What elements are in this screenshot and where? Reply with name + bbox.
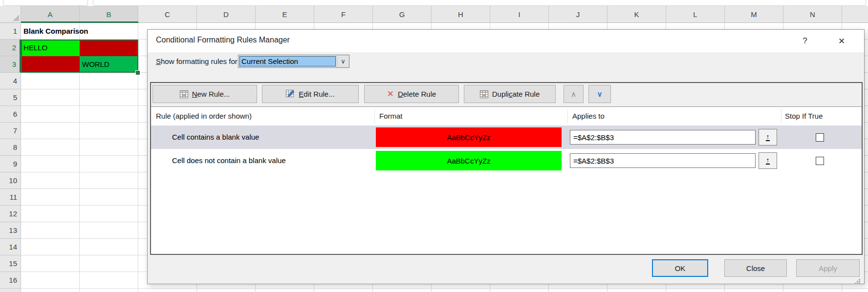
apply-button[interactable]: Apply	[796, 259, 860, 277]
close-icon: ✕	[838, 36, 845, 46]
row-header-7[interactable]: 7	[0, 123, 21, 139]
dialog-close-button[interactable]: ✕	[834, 34, 849, 48]
show-rules-selected-value: Current Selection	[239, 56, 336, 67]
row-header-10[interactable]: 10	[0, 172, 21, 189]
rule-column-header: Rule (applied in order shown)	[156, 107, 252, 125]
row-headers: 1 2 3 4 5 6 7 8 9 10 11 12 13 14 15 16	[0, 23, 21, 292]
column-header-n[interactable]: N	[783, 6, 842, 23]
new-rule-label: New Rule...	[192, 90, 230, 98]
formula-input-bottom	[93, 0, 866, 6]
name-box-bottom	[3, 0, 88, 6]
chevron-up-icon: ∧	[571, 90, 576, 98]
row-header-12[interactable]: 12	[0, 206, 21, 222]
cell-a1[interactable]: Blank Comparison	[21, 23, 168, 40]
edit-rule-label: Edit Rule...	[299, 90, 334, 98]
dialog-titlebar[interactable]: Conditional Formatting Rules Manager ? ✕	[148, 30, 864, 52]
column-header-partial[interactable]	[842, 6, 868, 23]
table-icon	[480, 90, 488, 98]
collapse-dialog-button[interactable]: ↑	[759, 152, 777, 169]
column-header-c[interactable]: C	[138, 6, 197, 23]
column-header-j[interactable]: J	[549, 6, 608, 23]
row-header-14[interactable]: 14	[0, 239, 21, 255]
fill-handle[interactable]	[135, 70, 140, 75]
column-header-b[interactable]: B	[80, 6, 138, 23]
range-picker-icon: ↑	[766, 133, 770, 141]
table-pencil-icon	[286, 90, 295, 98]
dialog-title: Conditional Formatting Rules Manager	[156, 36, 290, 44]
row-header-15[interactable]: 15	[0, 255, 21, 272]
column-header-k[interactable]: K	[608, 6, 666, 23]
row-header-16[interactable]: 16	[0, 272, 21, 289]
stop-if-true-checkbox[interactable]	[816, 157, 824, 165]
column-header-f[interactable]: F	[314, 6, 373, 23]
collapse-dialog-button[interactable]: ↑	[759, 129, 777, 146]
show-rules-label-rest: how formatting rules for:	[161, 57, 239, 65]
delete-rule-button[interactable]: ✕ Delete Rule	[364, 85, 459, 103]
duplicate-rule-label: Duplicate Rule	[492, 90, 540, 98]
row-header-partial[interactable]	[0, 289, 21, 292]
column-header-g[interactable]: G	[373, 6, 432, 23]
row-header-6[interactable]: 6	[0, 106, 21, 123]
selection-border	[21, 40, 138, 73]
row-header-9[interactable]: 9	[0, 156, 21, 172]
column-divider	[567, 109, 568, 124]
rules-panel: New Rule... Edit Rule... ✕ Delete Rule	[150, 82, 863, 255]
duplicate-rule-button[interactable]: Duplicate Rule	[464, 85, 556, 103]
row-header-11[interactable]: 11	[0, 189, 21, 206]
resize-grip[interactable]	[859, 279, 860, 280]
column-divider	[374, 109, 375, 124]
row-header-2[interactable]: 2	[0, 40, 21, 56]
move-rule-down-button[interactable]: ∨	[588, 85, 611, 103]
column-header-h[interactable]: H	[432, 6, 490, 23]
format-column-header: Format	[379, 107, 403, 125]
edit-rule-button[interactable]: Edit Rule...	[262, 85, 359, 103]
column-header-l[interactable]: L	[666, 6, 725, 23]
show-rules-label: Show formatting rules for:	[156, 57, 239, 65]
row-header-1[interactable]: 1	[0, 23, 21, 40]
rules-list: Rule (applied in order shown) Format App…	[151, 106, 862, 254]
formula-bar-bottom	[0, 0, 868, 6]
column-header-e[interactable]: E	[256, 6, 314, 23]
applies-to-input[interactable]: =$A$2:$B$3	[570, 130, 756, 145]
row-header-8[interactable]: 8	[0, 139, 21, 156]
row-header-4[interactable]: 4	[0, 73, 21, 89]
range-picker-icon: ↑	[766, 157, 770, 165]
move-rule-up-button[interactable]: ∧	[564, 85, 584, 103]
excel-window: A B C D E F G H I J K L M N 1 2 3 4 5 6 …	[0, 0, 868, 292]
help-icon: ?	[803, 36, 807, 46]
red-x-icon: ✕	[387, 90, 394, 98]
close-button[interactable]: Close	[724, 259, 787, 277]
column-header-m[interactable]: M	[725, 6, 783, 23]
chevron-down-icon[interactable]: ∨	[337, 55, 349, 67]
column-header-i[interactable]: I	[490, 6, 549, 23]
help-button[interactable]: ?	[798, 34, 812, 48]
ok-button[interactable]: OK	[652, 259, 708, 277]
row-header-5[interactable]: 5	[0, 89, 21, 106]
select-all-corner[interactable]	[0, 6, 21, 23]
stop-if-true-column-header: Stop If True	[785, 107, 823, 125]
column-header-d[interactable]: D	[197, 6, 256, 23]
show-rules-label-mnemonic: S	[156, 57, 161, 65]
show-rules-dropdown[interactable]: Current Selection ∨	[238, 55, 349, 68]
applies-to-column-header: Applies to	[572, 107, 605, 125]
rule-row-not-blank[interactable]: Cell does not contain a blank value AaBb…	[151, 149, 862, 172]
row-header-3[interactable]: 3	[0, 56, 21, 73]
row-header-13[interactable]: 13	[0, 222, 21, 239]
column-header-a[interactable]: A	[21, 6, 80, 23]
column-divider	[781, 109, 781, 124]
new-rule-button[interactable]: New Rule...	[152, 85, 257, 103]
delete-rule-label: Delete Rule	[398, 90, 436, 98]
conditional-formatting-rules-manager-dialog: Conditional Formatting Rules Manager ? ✕…	[147, 29, 865, 284]
chevron-down-icon: ∨	[597, 90, 603, 98]
applies-to-input[interactable]: =$A$2:$B$3	[570, 153, 756, 168]
rule-row-blank[interactable]: Cell contains a blank value AaBbCcYyZz =…	[151, 125, 862, 149]
format-preview: AaBbCcYyZz	[376, 151, 562, 170]
format-preview: AaBbCcYyZz	[376, 127, 562, 147]
rule-description: Cell does not contain a blank value	[172, 149, 286, 172]
stop-if-true-checkbox[interactable]	[816, 133, 824, 142]
table-icon	[180, 90, 188, 98]
rule-description: Cell contains a blank value	[172, 125, 259, 149]
column-headers: A B C D E F G H I J K L M N	[21, 6, 868, 23]
